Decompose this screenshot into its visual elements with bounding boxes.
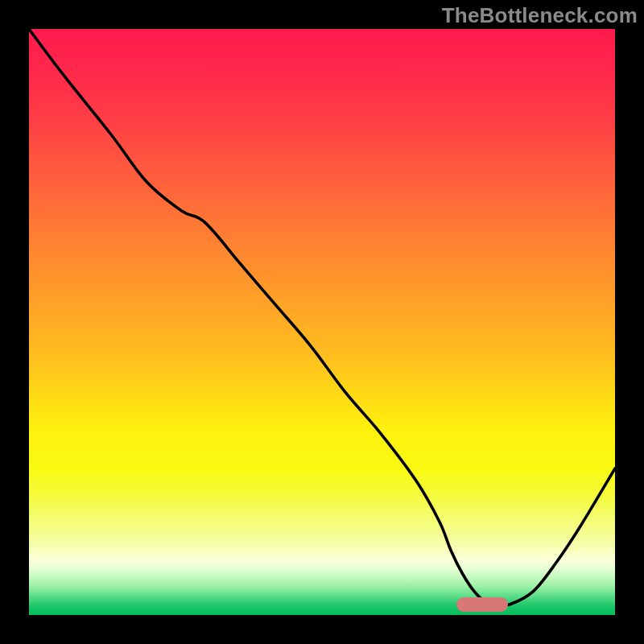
watermark-text: TheBottleneck.com bbox=[442, 3, 638, 28]
bottleneck-curve bbox=[29, 29, 615, 605]
optimal-range-marker bbox=[456, 597, 508, 612]
chart-frame: TheBottleneck.com bbox=[0, 0, 644, 644]
plot-area bbox=[29, 29, 615, 615]
curve-svg bbox=[29, 29, 615, 615]
